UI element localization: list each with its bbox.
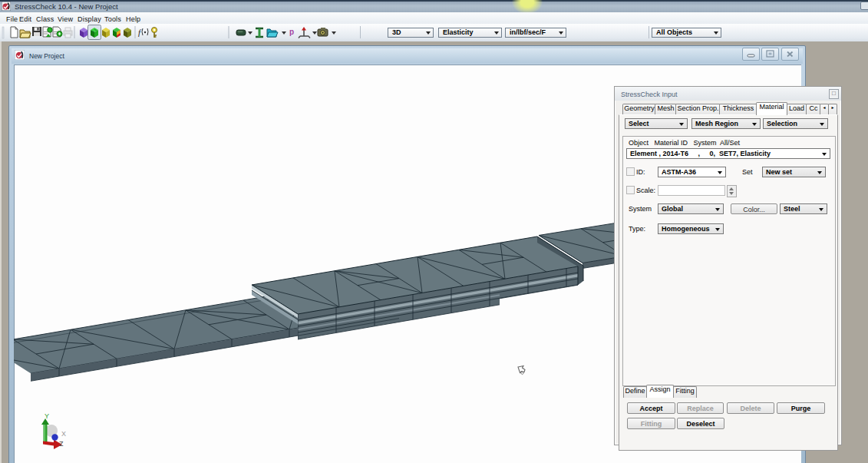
svg-text:X: X [61,430,66,438]
svg-text:Z: Z [59,440,64,448]
